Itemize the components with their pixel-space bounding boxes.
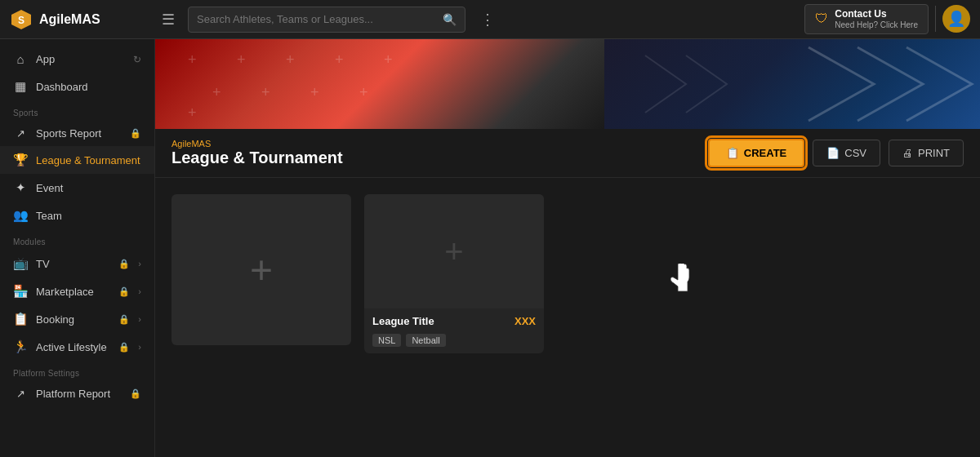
csv-button[interactable]: 📄 CSV: [813, 140, 880, 166]
body-row: ⌂ App ↻ ▦ Dashboard Sports ↗ Sports Repo…: [0, 39, 980, 457]
breadcrumb: AgileMAS: [172, 139, 708, 149]
csv-icon: 📄: [826, 147, 840, 159]
contact-text: Contact Us Need Help? Click Here: [835, 8, 918, 29]
print-button[interactable]: 🖨 PRINT: [889, 140, 964, 166]
banner-plus-8: +: [310, 84, 319, 101]
contact-icon: 🛡: [815, 11, 828, 26]
league-card[interactable]: + League Title XXX NSL Netball: [364, 194, 544, 353]
print-label: PRINT: [918, 147, 950, 159]
banner-plus-6: +: [212, 84, 221, 101]
tag-nsl: NSL: [372, 334, 401, 347]
banner-plus-10: +: [188, 104, 197, 122]
banner-plus-1: +: [188, 51, 197, 69]
page-actions: 📋 CREATE 📄 CSV 🖨 PRINT: [708, 139, 964, 167]
app-name: AgileMAS: [39, 12, 100, 27]
section-platform-settings: Platform Settings: [0, 361, 154, 381]
sidebar-item-active-lifestyle[interactable]: 🏃 Active Lifestyle 🔒 ›: [0, 333, 154, 361]
banner-plus-2: +: [237, 51, 246, 69]
banner-right: [604, 39, 980, 129]
sidebar-item-platform-report[interactable]: ↗ Platform Report 🔒: [0, 381, 154, 406]
nav-divider: [935, 6, 936, 32]
sidebar: ⌂ App ↻ ▦ Dashboard Sports ↗ Sports Repo…: [0, 39, 155, 457]
cards-grid: + + League Title XXX NSL Netball: [172, 194, 964, 353]
sidebar-item-team[interactable]: 👥 Team: [0, 202, 154, 229]
dashboard-icon: ▦: [13, 79, 28, 94]
active-icon: 🏃: [13, 339, 28, 354]
league-card-footer: League Title XXX: [364, 308, 544, 334]
sidebar-item-sports-report[interactable]: ↗ Sports Report 🔒: [0, 121, 154, 146]
search-icon: 🔍: [443, 13, 457, 26]
league-card-image: +: [364, 194, 544, 308]
contact-subtitle: Need Help? Click Here: [835, 20, 918, 30]
lock-icon-lifestyle: 🔒: [118, 342, 130, 353]
team-icon: 👥: [13, 208, 28, 223]
logo-area: S AgileMAS: [10, 8, 149, 31]
banner: + + + + + + + + + +: [155, 39, 980, 129]
banner-plus-4: +: [335, 51, 344, 69]
print-icon: 🖨: [902, 147, 913, 159]
tag-netball: Netball: [406, 334, 445, 347]
event-icon: ✦: [13, 180, 28, 195]
trend-icon: ↗: [13, 127, 28, 140]
page-header: AgileMAS League & Tournament 📋 CREATE 📄 …: [155, 129, 980, 178]
lock-icon: 🔒: [130, 128, 141, 139]
contact-us-box[interactable]: 🛡 Contact Us Need Help? Click Here: [804, 4, 929, 33]
lock-icon-marketplace: 🔒: [118, 286, 130, 297]
content-area: + + League Title XXX NSL Netball: [155, 178, 980, 457]
top-navigation: S AgileMAS ☰ 🔍 ⋮ 🛡 Contact Us Need Help?…: [0, 0, 980, 39]
section-sports: Sports: [0, 100, 154, 121]
chevron-booking: ›: [138, 314, 141, 324]
banner-plus-5: +: [384, 51, 393, 69]
nav-right: 🛡 Contact Us Need Help? Click Here 👤: [804, 4, 970, 33]
create-button[interactable]: 📋 CREATE: [708, 139, 804, 167]
banner-arrows-svg: [604, 39, 980, 129]
sidebar-item-league-tournament[interactable]: 🏆 League & Tournament: [0, 146, 154, 174]
lock-icon-booking: 🔒: [118, 314, 130, 325]
avatar[interactable]: 👤: [942, 5, 970, 33]
search-bar: 🔍: [188, 7, 466, 33]
sidebar-item-booking[interactable]: 📋 Booking 🔒 ›: [0, 305, 154, 333]
chevron-marketplace: ›: [138, 286, 141, 296]
banner-left: + + + + + + + + + +: [155, 39, 604, 129]
hamburger-button[interactable]: ☰: [157, 7, 180, 32]
sidebar-item-event[interactable]: ✦ Event: [0, 174, 154, 202]
tv-icon: 📺: [13, 256, 28, 271]
contact-title: Contact Us: [835, 8, 918, 20]
marketplace-icon: 🏪: [13, 284, 28, 299]
booking-icon: 📋: [13, 312, 28, 326]
csv-label: CSV: [844, 147, 866, 159]
banner-plus-3: +: [286, 51, 295, 69]
app-logo-icon: S: [10, 8, 33, 31]
banner-plus-9: +: [359, 84, 368, 101]
refresh-icon: ↻: [133, 54, 141, 65]
search-input[interactable]: [197, 13, 436, 25]
svg-text:S: S: [18, 15, 24, 26]
sidebar-item-tv[interactable]: 📺 TV 🔒 ›: [0, 250, 154, 277]
platform-report-icon: ↗: [13, 388, 28, 400]
league-image-placeholder: +: [444, 233, 463, 270]
lock-icon-platform: 🔒: [130, 388, 141, 399]
main-content: + + + + + + + + + +: [155, 39, 980, 457]
sidebar-item-marketplace[interactable]: 🏪 Marketplace 🔒 ›: [0, 277, 154, 305]
chevron-tv: ›: [138, 259, 141, 268]
home-icon: ⌂: [13, 52, 28, 66]
league-card-badge: XXX: [514, 315, 536, 327]
trophy-icon: 🏆: [13, 153, 28, 167]
lock-icon-tv: 🔒: [118, 259, 130, 269]
league-card-title: League Title: [372, 315, 434, 327]
add-new-card[interactable]: +: [172, 194, 351, 345]
sidebar-item-app[interactable]: ⌂ App ↻: [0, 46, 154, 73]
sidebar-item-dashboard[interactable]: ▦ Dashboard: [0, 73, 154, 100]
more-options-button[interactable]: ⋮: [474, 7, 501, 32]
create-label: CREATE: [744, 147, 786, 159]
create-icon: 📋: [726, 147, 739, 159]
page-title-block: AgileMAS League & Tournament: [172, 139, 708, 167]
league-card-tags: NSL Netball: [364, 334, 544, 353]
page-title: League & Tournament: [172, 149, 708, 167]
section-modules: Modules: [0, 229, 154, 250]
banner-plus-7: +: [261, 84, 270, 101]
chevron-lifestyle: ›: [138, 342, 141, 352]
